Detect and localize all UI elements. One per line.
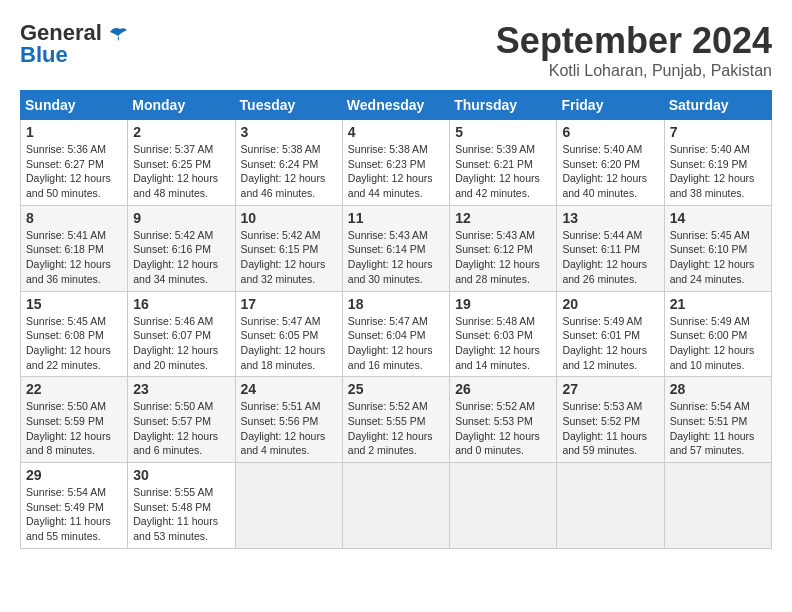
day-number: 18 xyxy=(348,296,444,312)
daylight-text: Daylight: 12 hours and 34 minutes. xyxy=(133,258,218,285)
sunrise-text: Sunrise: 5:37 AM xyxy=(133,143,213,155)
day-number: 15 xyxy=(26,296,122,312)
sunset-text: Sunset: 6:20 PM xyxy=(562,158,640,170)
daylight-text: Daylight: 11 hours and 55 minutes. xyxy=(26,515,111,542)
day-number: 25 xyxy=(348,381,444,397)
sunrise-text: Sunrise: 5:50 AM xyxy=(26,400,106,412)
calendar-cell xyxy=(664,463,771,549)
daylight-text: Daylight: 12 hours and 12 minutes. xyxy=(562,344,647,371)
calendar-cell: 19 Sunrise: 5:48 AM Sunset: 6:03 PM Dayl… xyxy=(450,291,557,377)
sunset-text: Sunset: 6:03 PM xyxy=(455,329,533,341)
day-info: Sunrise: 5:43 AM Sunset: 6:12 PM Dayligh… xyxy=(455,228,551,287)
calendar-cell: 8 Sunrise: 5:41 AM Sunset: 6:18 PM Dayli… xyxy=(21,205,128,291)
daylight-text: Daylight: 12 hours and 8 minutes. xyxy=(26,430,111,457)
calendar-cell: 27 Sunrise: 5:53 AM Sunset: 5:52 PM Dayl… xyxy=(557,377,664,463)
sunrise-text: Sunrise: 5:38 AM xyxy=(348,143,428,155)
sunrise-text: Sunrise: 5:50 AM xyxy=(133,400,213,412)
sunrise-text: Sunrise: 5:38 AM xyxy=(241,143,321,155)
sunrise-text: Sunrise: 5:54 AM xyxy=(26,486,106,498)
sunset-text: Sunset: 5:52 PM xyxy=(562,415,640,427)
sunset-text: Sunset: 6:04 PM xyxy=(348,329,426,341)
sunset-text: Sunset: 6:19 PM xyxy=(670,158,748,170)
daylight-text: Daylight: 11 hours and 59 minutes. xyxy=(562,430,647,457)
day-info: Sunrise: 5:38 AM Sunset: 6:24 PM Dayligh… xyxy=(241,142,337,201)
calendar-cell: 29 Sunrise: 5:54 AM Sunset: 5:49 PM Dayl… xyxy=(21,463,128,549)
day-number: 20 xyxy=(562,296,658,312)
header-sunday: Sunday xyxy=(21,91,128,120)
day-number: 3 xyxy=(241,124,337,140)
day-info: Sunrise: 5:42 AM Sunset: 6:15 PM Dayligh… xyxy=(241,228,337,287)
day-number: 24 xyxy=(241,381,337,397)
day-number: 8 xyxy=(26,210,122,226)
sunrise-text: Sunrise: 5:51 AM xyxy=(241,400,321,412)
daylight-text: Daylight: 12 hours and 38 minutes. xyxy=(670,172,755,199)
day-number: 29 xyxy=(26,467,122,483)
day-info: Sunrise: 5:42 AM Sunset: 6:16 PM Dayligh… xyxy=(133,228,229,287)
day-number: 6 xyxy=(562,124,658,140)
daylight-text: Daylight: 12 hours and 6 minutes. xyxy=(133,430,218,457)
sunrise-text: Sunrise: 5:42 AM xyxy=(133,229,213,241)
sunrise-text: Sunrise: 5:41 AM xyxy=(26,229,106,241)
daylight-text: Daylight: 12 hours and 42 minutes. xyxy=(455,172,540,199)
day-info: Sunrise: 5:50 AM Sunset: 5:57 PM Dayligh… xyxy=(133,399,229,458)
sunset-text: Sunset: 5:55 PM xyxy=(348,415,426,427)
day-info: Sunrise: 5:43 AM Sunset: 6:14 PM Dayligh… xyxy=(348,228,444,287)
day-number: 30 xyxy=(133,467,229,483)
sunrise-text: Sunrise: 5:40 AM xyxy=(562,143,642,155)
day-info: Sunrise: 5:52 AM Sunset: 5:53 PM Dayligh… xyxy=(455,399,551,458)
day-number: 14 xyxy=(670,210,766,226)
day-info: Sunrise: 5:54 AM Sunset: 5:51 PM Dayligh… xyxy=(670,399,766,458)
calendar-cell: 1 Sunrise: 5:36 AM Sunset: 6:27 PM Dayli… xyxy=(21,120,128,206)
sunset-text: Sunset: 5:57 PM xyxy=(133,415,211,427)
header-tuesday: Tuesday xyxy=(235,91,342,120)
sunrise-text: Sunrise: 5:48 AM xyxy=(455,315,535,327)
day-info: Sunrise: 5:47 AM Sunset: 6:05 PM Dayligh… xyxy=(241,314,337,373)
logo: General Blue xyxy=(20,20,128,68)
day-info: Sunrise: 5:49 AM Sunset: 6:01 PM Dayligh… xyxy=(562,314,658,373)
day-info: Sunrise: 5:38 AM Sunset: 6:23 PM Dayligh… xyxy=(348,142,444,201)
header-wednesday: Wednesday xyxy=(342,91,449,120)
day-info: Sunrise: 5:37 AM Sunset: 6:25 PM Dayligh… xyxy=(133,142,229,201)
daylight-text: Daylight: 12 hours and 16 minutes. xyxy=(348,344,433,371)
header-saturday: Saturday xyxy=(664,91,771,120)
calendar-week-1: 1 Sunrise: 5:36 AM Sunset: 6:27 PM Dayli… xyxy=(21,120,772,206)
day-number: 7 xyxy=(670,124,766,140)
calendar-cell: 4 Sunrise: 5:38 AM Sunset: 6:23 PM Dayli… xyxy=(342,120,449,206)
daylight-text: Daylight: 12 hours and 46 minutes. xyxy=(241,172,326,199)
calendar-cell xyxy=(557,463,664,549)
sunset-text: Sunset: 6:14 PM xyxy=(348,243,426,255)
header-friday: Friday xyxy=(557,91,664,120)
daylight-text: Daylight: 12 hours and 50 minutes. xyxy=(26,172,111,199)
calendar-cell xyxy=(235,463,342,549)
daylight-text: Daylight: 12 hours and 0 minutes. xyxy=(455,430,540,457)
sunset-text: Sunset: 6:11 PM xyxy=(562,243,640,255)
calendar-week-3: 15 Sunrise: 5:45 AM Sunset: 6:08 PM Dayl… xyxy=(21,291,772,377)
sunset-text: Sunset: 6:01 PM xyxy=(562,329,640,341)
logo-blue-text: Blue xyxy=(20,42,68,68)
sunrise-text: Sunrise: 5:46 AM xyxy=(133,315,213,327)
day-number: 17 xyxy=(241,296,337,312)
daylight-text: Daylight: 11 hours and 53 minutes. xyxy=(133,515,218,542)
calendar-cell: 3 Sunrise: 5:38 AM Sunset: 6:24 PM Dayli… xyxy=(235,120,342,206)
day-number: 12 xyxy=(455,210,551,226)
day-number: 9 xyxy=(133,210,229,226)
day-number: 2 xyxy=(133,124,229,140)
day-info: Sunrise: 5:53 AM Sunset: 5:52 PM Dayligh… xyxy=(562,399,658,458)
calendar-cell: 18 Sunrise: 5:47 AM Sunset: 6:04 PM Dayl… xyxy=(342,291,449,377)
sunset-text: Sunset: 5:56 PM xyxy=(241,415,319,427)
day-number: 13 xyxy=(562,210,658,226)
day-info: Sunrise: 5:40 AM Sunset: 6:20 PM Dayligh… xyxy=(562,142,658,201)
calendar-cell: 2 Sunrise: 5:37 AM Sunset: 6:25 PM Dayli… xyxy=(128,120,235,206)
sunrise-text: Sunrise: 5:49 AM xyxy=(562,315,642,327)
calendar-cell: 26 Sunrise: 5:52 AM Sunset: 5:53 PM Dayl… xyxy=(450,377,557,463)
sunset-text: Sunset: 6:00 PM xyxy=(670,329,748,341)
day-number: 23 xyxy=(133,381,229,397)
calendar-cell: 12 Sunrise: 5:43 AM Sunset: 6:12 PM Dayl… xyxy=(450,205,557,291)
daylight-text: Daylight: 12 hours and 44 minutes. xyxy=(348,172,433,199)
daylight-text: Daylight: 12 hours and 48 minutes. xyxy=(133,172,218,199)
location-subtitle: Kotli Loharan, Punjab, Pakistan xyxy=(496,62,772,80)
page-header: General Blue September 2024 Kotli Lohara… xyxy=(20,20,772,80)
sunrise-text: Sunrise: 5:42 AM xyxy=(241,229,321,241)
day-number: 22 xyxy=(26,381,122,397)
sunset-text: Sunset: 6:10 PM xyxy=(670,243,748,255)
